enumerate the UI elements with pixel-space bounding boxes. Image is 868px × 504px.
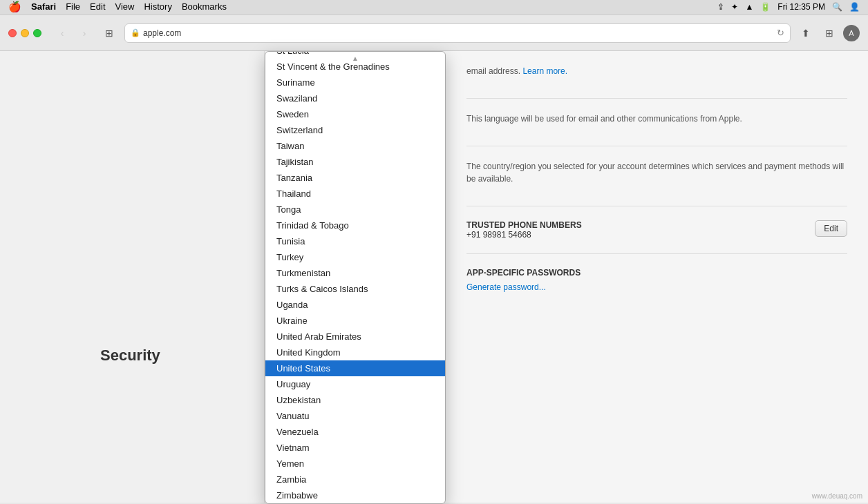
trusted-phone-row: TRUSTED PHONE NUMBERS +91 98981 54668 Ed… — [466, 220, 847, 240]
language-info-text: This language will be used for email and… — [466, 113, 847, 125]
main-content: Security ▲ SeychellesSierra LeoneSingapo… — [0, 51, 868, 503]
dropdown-item[interactable]: Sweden — [265, 106, 445, 122]
menubar-right: ⇪ ✦ ▲ 🔋 Fri 12:35 PM 🔍 👤 — [717, 2, 860, 12]
divider-2 — [466, 146, 847, 146]
left-sidebar: Security — [0, 51, 265, 503]
dropdown-item[interactable]: Uganda — [265, 297, 445, 313]
forward-button[interactable]: › — [75, 26, 94, 40]
back-button[interactable]: ‹ — [53, 26, 72, 40]
dropdown-item[interactable]: Swaziland — [265, 90, 445, 106]
right-panel: email address. Learn more. This language… — [446, 51, 868, 503]
nav-buttons: ‹ › — [53, 26, 94, 40]
dropdown-item[interactable]: Turks & Caicos Islands — [265, 281, 445, 297]
close-button[interactable] — [8, 29, 17, 37]
learn-more-link[interactable]: Learn more. — [522, 66, 567, 76]
dropdown-item[interactable]: Yemen — [265, 456, 445, 472]
country-dropdown[interactable]: ▲ SeychellesSierra LeoneSingaporeSlovaki… — [265, 51, 446, 504]
browser-window: ‹ › ⊞ 🔒 ↻ ⬆ ⊞ A Security ▲ SeychellesSie… — [0, 15, 868, 503]
email-info-text: email address. Learn more. — [466, 65, 847, 77]
dropdown-item[interactable]: Uzbekistan — [265, 392, 445, 408]
menubar-file[interactable]: File — [66, 1, 80, 12]
menubar-left: 🍎 Safari File Edit View History Bookmark… — [8, 1, 227, 13]
trusted-phone-title: TRUSTED PHONE NUMBERS — [466, 220, 582, 230]
phone-number: +91 98981 54668 — [466, 230, 582, 240]
trusted-phone-info: TRUSTED PHONE NUMBERS +91 98981 54668 — [466, 220, 582, 240]
generate-password-link[interactable]: Generate password... — [466, 282, 546, 292]
dropdown-item[interactable]: Trinidad & Tobago — [265, 217, 445, 233]
dropdown-scroll-area[interactable]: SeychellesSierra LeoneSingaporeSlovakiaS… — [265, 52, 445, 503]
dropdown-arrow-icon: ▲ — [352, 55, 359, 62]
security-section: TRUSTED PHONE NUMBERS +91 98981 54668 Ed… — [466, 220, 847, 293]
share-button[interactable]: ⬆ — [796, 26, 815, 40]
edit-button[interactable]: Edit — [815, 220, 847, 237]
reload-button[interactable]: ↻ — [777, 28, 784, 38]
new-tab-button[interactable]: ⊞ — [820, 26, 839, 40]
dropdown-item[interactable]: Tanzania — [265, 170, 445, 186]
dropdown-item[interactable]: Turkmenistan — [265, 265, 445, 281]
menubar: 🍎 Safari File Edit View History Bookmark… — [0, 0, 868, 15]
country-region-section: The country/region you selected for your… — [466, 160, 847, 185]
dropdown-item[interactable]: United Kingdom — [265, 345, 445, 360]
dropdown-item[interactable]: Zambia — [265, 472, 445, 487]
dropdown-item[interactable]: Taiwan — [265, 138, 445, 154]
dropdown-item[interactable]: Turkey — [265, 249, 445, 265]
dropdown-item[interactable]: United Arab Emirates — [265, 329, 445, 345]
menubar-edit[interactable]: Edit — [90, 1, 105, 12]
address-bar-container: 🔒 ↻ — [124, 23, 791, 43]
menubar-history[interactable]: History — [144, 1, 171, 12]
security-label: Security — [100, 347, 160, 365]
divider-3 — [466, 206, 847, 206]
apple-menu[interactable]: 🍎 — [8, 1, 21, 13]
menubar-time: Fri 12:35 PM — [777, 2, 825, 12]
email-info-section: email address. Learn more. — [466, 65, 847, 77]
divider-4 — [466, 253, 847, 254]
sidebar-toggle-button[interactable]: ⊞ — [100, 26, 119, 40]
dropdown-item[interactable]: United States — [265, 360, 445, 376]
dropdown-item[interactable]: Uruguay — [265, 376, 445, 392]
dropdown-item[interactable]: Venezuela — [265, 424, 445, 440]
dropdown-item[interactable]: Vanuatu — [265, 408, 445, 424]
dropdown-item[interactable]: Tunisia — [265, 233, 445, 249]
lock-icon: 🔒 — [131, 28, 140, 37]
dropdown-item[interactable]: Switzerland — [265, 122, 445, 138]
menubar-wifi-icon: ▲ — [745, 2, 753, 12]
toolbar-right: ⬆ ⊞ A — [796, 25, 860, 41]
maximize-button[interactable] — [33, 29, 41, 37]
menubar-battery-icon: 🔋 — [760, 2, 771, 12]
traffic-lights — [8, 29, 41, 37]
address-input[interactable] — [143, 28, 774, 38]
dropdown-item[interactable]: Zimbabwe — [265, 487, 445, 503]
menubar-safari[interactable]: Safari — [31, 1, 56, 12]
dropdown-item[interactable]: Ukraine — [265, 313, 445, 329]
user-avatar[interactable]: A — [843, 25, 860, 41]
browser-toolbar: ‹ › ⊞ 🔒 ↻ ⬆ ⊞ A — [0, 15, 868, 51]
dropdown-item[interactable]: Tonga — [265, 202, 445, 217]
menubar-airdrop-icon: ⇪ — [717, 2, 724, 12]
dropdown-item[interactable]: Tajikistan — [265, 154, 445, 170]
divider-1 — [466, 98, 847, 99]
language-info-section: This language will be used for email and… — [466, 113, 847, 125]
menubar-view[interactable]: View — [115, 1, 135, 12]
country-info-text: The country/region you selected for your… — [466, 160, 847, 185]
menubar-search-icon[interactable]: 🔍 — [832, 2, 842, 12]
watermark: www.deuaq.com — [812, 492, 862, 500]
menubar-user-icon[interactable]: 👤 — [849, 2, 860, 12]
menubar-bluetooth-icon: ✦ — [731, 2, 738, 12]
minimize-button[interactable] — [21, 29, 29, 37]
dropdown-item[interactable]: Suriname — [265, 75, 445, 90]
app-passwords-title: APP-SPECIFIC PASSWORDS — [466, 268, 847, 278]
dropdown-item[interactable]: Vietnam — [265, 440, 445, 456]
menubar-bookmarks[interactable]: Bookmarks — [182, 1, 227, 12]
dropdown-item[interactable]: Thailand — [265, 186, 445, 202]
